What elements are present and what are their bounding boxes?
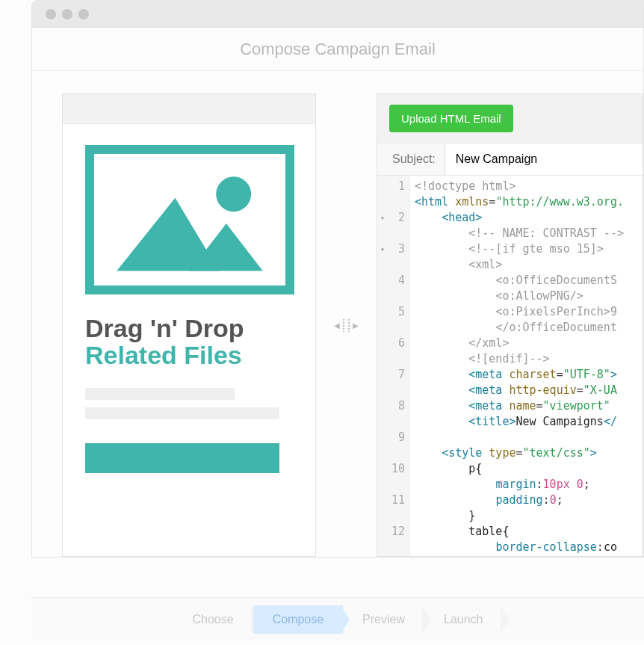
code-line[interactable]: <!doctype html> [415, 179, 624, 194]
step-label: Launch [444, 613, 483, 626]
code-line[interactable]: <![endif]--> [415, 351, 624, 367]
line-number: 5 [382, 304, 405, 320]
code-line[interactable]: <style type="text/css"> [415, 445, 624, 461]
step-label: Preview [362, 613, 405, 626]
line-number: 7 [382, 367, 405, 383]
line-number: 11 [382, 493, 405, 508]
drop-zone-card[interactable]: Drag 'n' Drop Related Files [62, 93, 316, 557]
drop-title-line2: Related Files [85, 342, 293, 369]
page-header: Compose Campaign Email [32, 28, 643, 71]
line-number: 12 [382, 524, 405, 540]
fold-chevron-icon[interactable]: ▾ [380, 241, 385, 257]
cta-placeholder-button[interactable] [85, 443, 279, 473]
code-line[interactable]: <xml> [415, 257, 624, 273]
wizard-steps: ChooseComposePreviewLaunch [31, 597, 644, 641]
code-line[interactable]: <o:AllowPNG/> [415, 288, 624, 304]
app-window: Compose Campaign Email Drag 'n' Drop Rel… [31, 0, 644, 558]
traffic-min-icon[interactable] [62, 9, 72, 19]
code-line[interactable]: <!-- NAME: CONTRAST --> [415, 226, 624, 241]
step-compose[interactable]: Compose [253, 605, 343, 634]
code-line[interactable]: } [415, 508, 624, 524]
line-number: 1 [382, 179, 405, 194]
fold-chevron-icon[interactable]: ▾ [380, 210, 385, 226]
code-line[interactable]: padding:0; [415, 493, 624, 508]
code-line[interactable]: <o:OfficeDocumentS [415, 273, 624, 288]
line-number: 13 [382, 555, 405, 556]
upload-html-button[interactable]: Upload HTML Email [389, 105, 513, 132]
code-editor-panel: Upload HTML Email Subject: 1 2▾ 3▾ 4 5 6… [377, 93, 643, 557]
drop-zone-body: Drag 'n' Drop Related Files [63, 124, 315, 473]
skeleton-line [85, 407, 279, 419]
drop-zone-header [63, 94, 315, 124]
step-launch[interactable]: Launch [424, 605, 503, 634]
step-label: Choose [192, 613, 233, 626]
line-number: 2▾ [382, 210, 405, 226]
editor-toolbar: Upload HTML Email [377, 94, 643, 143]
code-line[interactable]: p{ [415, 461, 624, 477]
skeleton-line [85, 388, 235, 400]
code-line[interactable]: table{ [415, 524, 624, 540]
line-number: 4 [382, 273, 405, 288]
workspace: Drag 'n' Drop Related Files ◀ ▶ Upload H… [32, 71, 643, 557]
line-number: 8 [382, 398, 405, 414]
code-editor[interactable]: 1 2▾ 3▾ 4 5 6 7 8 9 10 11 12 13 14 15 16… [377, 176, 643, 556]
traffic-max-icon[interactable] [78, 9, 89, 19]
chevron-right-icon [501, 605, 510, 634]
grip-icon [347, 318, 350, 332]
grip-icon [342, 318, 345, 332]
code-line[interactable]: </xml> [415, 336, 624, 351]
code-line[interactable]: margin:10px 0; [415, 477, 624, 493]
chevron-left-icon: ◀ [334, 321, 340, 330]
subject-label: Subject: [377, 145, 445, 173]
line-number: 10 [382, 461, 405, 477]
line-number: 3▾ [382, 241, 405, 257]
code-line[interactable]: </o:OfficeDocument [415, 320, 624, 336]
image-placeholder-icon [85, 145, 294, 294]
code-line[interactable]: <meta http-equiv="X-UA [415, 383, 624, 398]
code-line[interactable]: <!--[if gte mso 15]> [415, 241, 624, 257]
code-line[interactable] [415, 430, 624, 445]
page-title: Compose Campaign Email [240, 40, 436, 59]
svg-point-0 [216, 176, 251, 212]
code-line[interactable]: <head> [415, 210, 624, 226]
step-preview[interactable]: Preview [343, 605, 424, 634]
code-line[interactable]: <title>New Campaigns</ [415, 414, 624, 430]
pane-splitter[interactable]: ◀ ▶ [334, 93, 359, 557]
code-line[interactable]: <meta charset="UTF-8"> [415, 367, 624, 383]
code-line[interactable]: <html xmlns="http://www.w3.org. [415, 194, 624, 210]
line-gutter: 1 2▾ 3▾ 4 5 6 7 8 9 10 11 12 13 14 15 16… [377, 176, 410, 556]
code-line[interactable]: border-collapse:co [415, 540, 624, 555]
subject-input[interactable] [445, 143, 643, 175]
chevron-right-icon: ▶ [353, 321, 359, 330]
subject-row: Subject: [377, 143, 643, 176]
code-line[interactable]: <o:PixelsPerInch>9 [415, 304, 624, 320]
step-label: Compose [273, 613, 323, 626]
step-choose[interactable]: Choose [173, 605, 253, 634]
line-number: 9 [382, 430, 405, 445]
traffic-close-icon[interactable] [46, 9, 56, 19]
code-line[interactable]: <meta name="viewport" [415, 398, 624, 414]
code-content[interactable]: <!doctype html><html xmlns="http://www.w… [410, 176, 624, 556]
drop-title-line1: Drag 'n' Drop [85, 315, 293, 342]
line-number: 6 [382, 336, 405, 351]
window-titlebar [32, 1, 643, 28]
